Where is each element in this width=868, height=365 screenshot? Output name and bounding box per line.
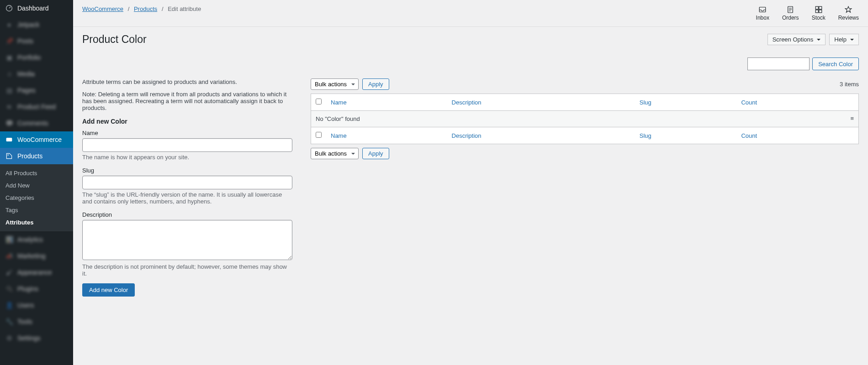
inbox-icon xyxy=(758,5,767,14)
col-description-header[interactable]: Description xyxy=(447,94,635,111)
top-icon-stock[interactable]: Stock xyxy=(812,5,826,21)
stock-icon xyxy=(815,5,823,14)
apply-button-bottom[interactable]: Apply xyxy=(362,148,389,159)
slug-help: The “slug” is the URL-friendly version o… xyxy=(82,191,292,205)
top-icon-inbox[interactable]: Inbox xyxy=(756,5,769,21)
sidebar-item-dashboard[interactable]: Dashboard xyxy=(0,0,73,16)
svg-rect-7 xyxy=(815,10,818,13)
page-title: Product Color xyxy=(82,33,147,46)
bulk-actions-select-top[interactable]: Bulk actions xyxy=(311,78,359,90)
col-name-header[interactable]: Name xyxy=(326,94,447,111)
svg-point-2 xyxy=(7,154,8,155)
help-button[interactable]: Help xyxy=(829,34,859,45)
note-text: Note: Deleting a term will remove it fro… xyxy=(82,91,292,111)
intro-text: Attribute terms can be assigned to produ… xyxy=(82,78,292,85)
breadcrumb-sep: / xyxy=(162,5,164,12)
svg-rect-3 xyxy=(760,7,766,12)
table-empty-row: No "Color" found ≡ xyxy=(311,111,859,127)
sidebar-item-users[interactable]: 👤Users xyxy=(0,297,73,313)
orders-icon xyxy=(786,5,794,14)
terms-table: Name Description Slug Count No "Color" f… xyxy=(311,94,859,144)
add-new-color-button[interactable]: Add new Color xyxy=(82,283,135,297)
sidebar-item-woocommerce[interactable]: WooCommerce xyxy=(0,131,73,148)
select-all-bottom[interactable] xyxy=(316,132,322,138)
col-count-header[interactable]: Count xyxy=(736,94,858,111)
svg-rect-1 xyxy=(6,138,12,141)
submenu-all-products[interactable]: All Products xyxy=(0,167,73,179)
submenu-add-new[interactable]: Add New xyxy=(0,179,73,192)
items-count: 3 items xyxy=(840,81,859,88)
slug-input[interactable] xyxy=(82,176,292,189)
screen-options-button[interactable]: Screen Options xyxy=(767,34,826,45)
submenu-attributes[interactable]: Attributes xyxy=(0,216,73,229)
breadcrumb-current: Edit attribute xyxy=(168,5,201,12)
breadcrumb: WooCommerce / Products / Edit attribute xyxy=(82,5,201,12)
breadcrumb-sep: / xyxy=(128,5,130,12)
name-help: The name is how it appears on your site. xyxy=(82,154,292,161)
reviews-icon xyxy=(844,5,852,14)
svg-rect-6 xyxy=(819,6,821,9)
woocommerce-icon xyxy=(5,135,14,144)
top-icon-label: Stock xyxy=(812,15,826,21)
sidebar-item-plugins[interactable]: 🔌Plugins xyxy=(0,281,73,297)
top-icon-label: Inbox xyxy=(756,15,769,21)
top-icon-label: Orders xyxy=(782,15,799,21)
sidebar-item-posts[interactable]: 📌Posts xyxy=(0,33,73,49)
add-term-form: Attribute terms can be assigned to produ… xyxy=(82,78,292,297)
dashboard-icon xyxy=(5,4,14,13)
sidebar-label: Products xyxy=(17,152,42,160)
description-help: The description is not prominent by defa… xyxy=(82,263,292,277)
breadcrumb-woocommerce[interactable]: WooCommerce xyxy=(82,5,123,12)
sidebar-item-comments[interactable]: 💬Comments xyxy=(0,115,73,131)
svg-rect-8 xyxy=(819,10,821,13)
bulk-actions-select-bottom[interactable]: Bulk actions xyxy=(311,148,359,159)
top-icon-label: Reviews xyxy=(838,15,859,21)
products-icon xyxy=(5,151,14,161)
search-input[interactable] xyxy=(747,57,810,70)
breadcrumb-products[interactable]: Products xyxy=(134,5,157,12)
description-label: Description xyxy=(82,211,292,218)
col-slug-header[interactable]: Slug xyxy=(635,94,737,111)
apply-button-top[interactable]: Apply xyxy=(362,78,389,90)
submenu-tags[interactable]: Tags xyxy=(0,204,73,216)
form-heading: Add new Color xyxy=(82,118,292,125)
sidebar-item-analytics[interactable]: 📊Analytics xyxy=(0,231,73,248)
main-content: WooCommerce / Products / Edit attribute … xyxy=(73,0,868,365)
name-input[interactable] xyxy=(82,138,292,152)
sidebar-item-product-feed[interactable]: ≋Product Feed xyxy=(0,99,73,115)
search-button[interactable]: Search Color xyxy=(812,57,859,70)
col-description-footer[interactable]: Description xyxy=(447,127,635,144)
sidebar-item-portfolio[interactable]: ▣Portfolio xyxy=(0,49,73,66)
empty-text: No "Color" found xyxy=(316,115,360,122)
sidebar-item-tools[interactable]: 🔧Tools xyxy=(0,313,73,330)
col-name-footer[interactable]: Name xyxy=(326,127,447,144)
sidebar-item-marketing[interactable]: 📣Marketing xyxy=(0,248,73,264)
sidebar-label: Dashboard xyxy=(17,5,49,12)
select-all-top[interactable] xyxy=(316,99,322,104)
top-icon-reviews[interactable]: Reviews xyxy=(838,5,859,21)
sidebar-item-media[interactable]: ♫Media xyxy=(0,66,73,82)
svg-rect-5 xyxy=(815,6,818,9)
slug-label: Slug xyxy=(82,167,292,174)
col-slug-footer[interactable]: Slug xyxy=(635,127,737,144)
sidebar-item-products[interactable]: Products xyxy=(0,148,73,164)
name-label: Name xyxy=(82,130,292,136)
sidebar-item-jetpack[interactable]: ●Jetpack xyxy=(0,16,73,33)
col-count-footer[interactable]: Count xyxy=(736,127,858,144)
submenu-categories[interactable]: Categories xyxy=(0,192,73,204)
terms-list-panel: Bulk actions Apply 3 items Name Descript… xyxy=(311,78,859,163)
sidebar-item-settings[interactable]: ⚙Settings xyxy=(0,330,73,346)
products-submenu: All Products Add New Categories Tags Att… xyxy=(0,164,73,231)
sidebar-item-pages[interactable]: ▤Pages xyxy=(0,82,73,99)
hamburger-icon[interactable]: ≡ xyxy=(850,115,854,121)
sidebar-item-appearance[interactable]: 🖌Appearance xyxy=(0,264,73,281)
admin-sidebar: Dashboard ●Jetpack 📌Posts ▣Portfolio ♫Me… xyxy=(0,0,73,365)
top-icons: Inbox Orders Stock Reviews xyxy=(756,5,859,21)
top-icon-orders[interactable]: Orders xyxy=(782,5,799,21)
sidebar-label: WooCommerce xyxy=(17,136,62,143)
description-input[interactable] xyxy=(82,220,292,260)
